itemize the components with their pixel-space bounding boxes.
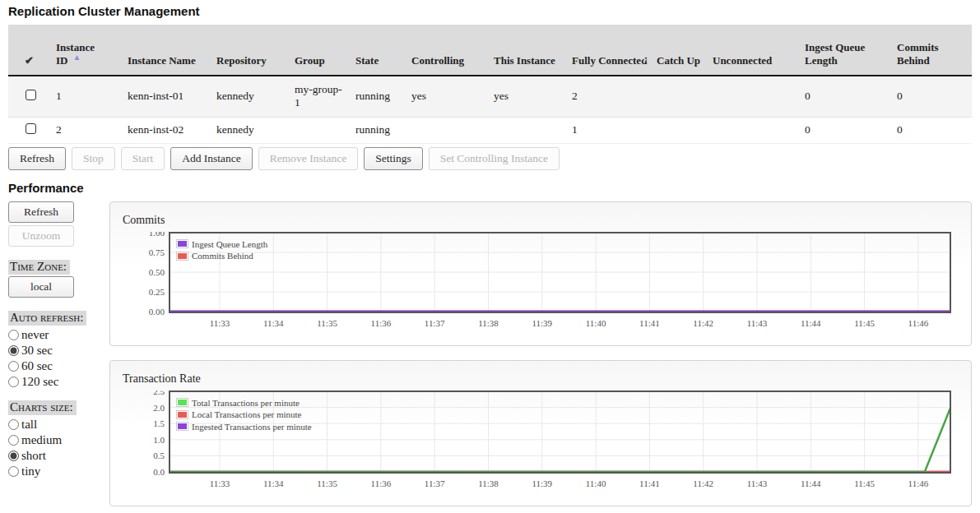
col-header-this-instance[interactable]: This Instance▲▼ [487,25,565,76]
col-header-catch-up[interactable]: Catch Up▲▼ [650,25,706,76]
col-header-label: State [355,54,379,67]
svg-text:2.0: 2.0 [153,402,165,412]
radio-label: 30 sec [21,344,53,358]
sort-icon: ▲▼ [964,54,969,62]
performance-sidebar: Refresh Unzoom Time Zone: local Auto ref… [8,201,109,479]
svg-text:11:36: 11:36 [371,318,392,328]
cell-fully-connected: 2 [565,76,650,117]
col-header-unconnected[interactable]: Unconnected▲▼ [706,25,798,76]
radio-label: 60 sec [21,359,53,373]
radio-charts-size-short[interactable]: short [8,448,109,464]
sort-icon: ▲▼ [281,54,286,62]
cell-catch-up [650,117,706,143]
svg-text:11:34: 11:34 [263,478,284,488]
cell-repository: kennedy [210,76,288,117]
radio-input-60-sec[interactable] [8,361,19,372]
unzoom-button[interactable]: Unzoom [8,225,74,247]
cell-controlling [405,117,487,143]
cell-this-instance [487,117,565,143]
col-header-label: This Instance [494,54,555,67]
col-header-repository[interactable]: Repository▲▼ [210,25,288,76]
row-select-cell [8,76,49,117]
radio-label: medium [21,433,62,447]
radio-input-tiny[interactable] [8,466,19,477]
svg-text:0.25: 0.25 [149,287,165,297]
col-header-label: Instance Name [128,54,196,67]
col-header-label: Group [295,54,325,67]
col-header-fully-connected[interactable]: Fully Connected▲▼ [565,25,650,76]
start-button[interactable]: Start [121,147,165,170]
svg-text:1.00: 1.00 [149,232,165,238]
svg-text:11:45: 11:45 [854,478,875,488]
radio-auto-refresh-60-sec[interactable]: 60 sec [8,358,109,374]
radio-auto-refresh-never[interactable]: never [8,327,109,343]
radio-input-short[interactable] [8,451,19,461]
page: Replication Cluster Management ✔Instance… [0,0,980,513]
radio-charts-size-medium[interactable]: medium [8,432,109,448]
performance-section: Refresh Unzoom Time Zone: local Auto ref… [8,201,972,513]
settings-button[interactable]: Settings [364,147,423,170]
chart-title: Commits [123,214,971,227]
radio-auto-refresh-30-sec[interactable]: 30 sec [8,343,109,358]
radio-label: tall [21,418,37,432]
col-header-instance-id[interactable]: Instance ID▲ [49,25,121,76]
chart-panel-transaction-rate: Transaction Rate0.00.51.01.52.02.511:331… [109,360,972,506]
charts-column: Commits0.000.250.500.751.0011:3311:3411:… [109,201,972,513]
legend-item: Ingested Transactions per minute [176,421,312,433]
plot-area-transaction-rate[interactable]: 0.00.51.01.52.02.511:3311:3411:3511:3611… [128,391,971,494]
cell-repository: kennedy [210,117,288,143]
add-instance-button[interactable]: Add Instance [170,147,253,170]
plot-area-commits[interactable]: 0.000.250.500.751.0011:3311:3411:3511:36… [128,232,971,334]
cell-instance-id: 1 [49,76,121,117]
table-row: 1kenn-inst-01kennedymy-group-1runningyes… [8,76,972,117]
perf-refresh-button[interactable]: Refresh [8,201,74,223]
col-header-ingest-queue-length[interactable]: Ingest Queue Length▲▼ [798,25,890,76]
row-select-cell [8,117,49,143]
col-header-label: Unconnected [713,54,772,67]
legend-item: Total Transactions per minute [176,397,312,409]
legend-swatch-icon [176,422,188,431]
svg-text:11:42: 11:42 [693,318,713,328]
svg-text:11:33: 11:33 [210,478,230,488]
col-header-label: Fully Connected [572,54,647,67]
row-checkbox[interactable] [26,123,36,134]
radio-charts-size-tall[interactable]: tall [8,417,109,432]
col-header-commits-behind[interactable]: Commits Behind▲▼ [890,25,972,76]
svg-text:0.50: 0.50 [149,267,165,277]
svg-text:11:46: 11:46 [908,318,929,328]
chart-legend: Ingest Queue LengthCommits Behind [176,238,267,262]
svg-text:11:44: 11:44 [801,478,821,488]
row-checkbox[interactable] [26,90,36,100]
svg-text:11:37: 11:37 [425,478,445,488]
radio-label: short [21,449,46,463]
svg-text:11:38: 11:38 [478,478,499,488]
col-header-label: Catch Up [657,54,700,67]
remove-instance-button[interactable]: Remove Instance [258,147,358,170]
refresh-button[interactable]: Refresh [8,147,66,170]
svg-text:11:45: 11:45 [854,318,875,328]
col-header-group[interactable]: Group▲▼ [288,25,349,76]
col-header-state[interactable]: State▲▼ [349,25,405,76]
stop-button[interactable]: Stop [72,147,115,170]
legend-label: Total Transactions per minute [192,398,300,408]
radio-input-30-sec[interactable] [8,345,19,356]
instance-toolbar: RefreshStopStartAdd InstanceRemove Insta… [8,147,972,170]
performance-title: Performance [8,181,972,195]
radio-input-medium[interactable] [8,435,19,446]
radio-input-120-sec[interactable] [8,377,19,387]
set-controlling-instance-button[interactable]: Set Controlling Instance [429,147,560,170]
col-header-instance-name[interactable]: Instance Name▲▼ [121,25,210,76]
col-header-controlling[interactable]: Controlling▲▼ [405,25,487,76]
svg-text:11:41: 11:41 [639,318,660,328]
cell-ingest-queue-length: 0 [798,117,890,143]
cell-commits-behind: 0 [890,76,972,117]
radio-input-tall[interactable] [8,419,19,430]
svg-text:11:41: 11:41 [639,478,660,488]
timezone-button[interactable]: local [8,276,74,298]
radio-auto-refresh-120-sec[interactable]: 120 sec [8,374,109,390]
svg-text:11:37: 11:37 [425,318,445,328]
radio-charts-size-tiny[interactable]: tiny [8,464,109,479]
svg-text:1.0: 1.0 [153,434,165,444]
radio-input-never[interactable] [8,330,19,340]
cell-fully-connected: 1 [565,117,650,143]
